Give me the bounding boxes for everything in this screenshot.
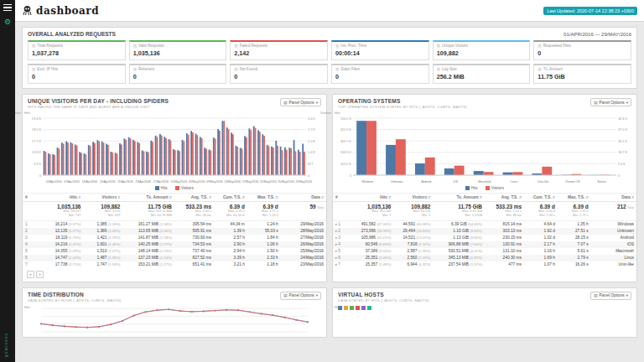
table-row[interactable]: 7 17,738 (1.71%) 1,747 (1.59%) 153.21 Mi… <box>23 261 326 268</box>
menu-toggle-button[interactable] <box>0 0 15 15</box>
stat-value: 109,882 <box>437 49 527 57</box>
col-header-max-ts[interactable]: Max. T.S.⇵ <box>247 194 281 202</box>
visitors-swatch <box>486 186 490 190</box>
col-header-avg-ts[interactable]: Avg. T.S.⇵ <box>485 194 524 202</box>
svg-text:0: 0 <box>350 174 351 178</box>
table-row[interactable]: 1 16,214 (1.57%) 1,385 (1.26%) 161.27 Mi… <box>23 220 326 228</box>
col-header-idx[interactable]: # <box>23 194 38 202</box>
col-header-hits[interactable]: Hits⇵ <box>38 194 83 202</box>
svg-text:0: 0 <box>39 174 41 178</box>
panel-options-button[interactable]: ▤ Panel Options ▾ <box>590 292 631 300</box>
col-header-cum-ts[interactable]: Cum. T.S.⇵ <box>214 194 247 202</box>
summary-row: 1,035,136Max: 491,582Min: 1 109,882Max: … <box>333 202 636 221</box>
visitors-bar-chart[interactable]: 29.4 K3.4 K23.5 K2.7 K17.7 K2.0 K11.8 K1… <box>26 112 323 184</box>
col-header-max-ts[interactable]: Max. T.S.⇵ <box>558 194 591 202</box>
time-line-chart[interactable] <box>28 306 321 334</box>
goaccess-logo-icon <box>22 5 33 16</box>
panel-options-button[interactable]: ▤ Panel Options ▾ <box>280 292 321 300</box>
svg-text:Unix-like: Unix-like <box>538 180 548 184</box>
expand-row-icon[interactable]: ▸ <box>335 242 337 246</box>
vhost-legend <box>333 305 636 311</box>
svg-text:iOS: iOS <box>453 180 458 184</box>
stat-value: 1,037,278 <box>32 49 122 57</box>
goaccess-logo: dashboard <box>22 5 99 17</box>
sort-icon: ⇵ <box>552 195 554 199</box>
stat-icon: ▥ <box>32 44 35 48</box>
col-header-visitors[interactable]: Visitors⇵ <box>83 194 122 202</box>
stat-label: Failed Requests <box>240 44 267 48</box>
table-row[interactable]: ▸4 60,546 (5.83%) 7,816 (7.11%) 906.88 M… <box>333 241 636 248</box>
stat-card: ▥ Total Requests 1,037,278 <box>28 40 126 60</box>
table-row[interactable]: 2 13,135 (1.27%) 1,386 (1.26%) 113.65 Mi… <box>23 228 326 235</box>
legend-swatch <box>356 306 360 310</box>
stat-label: Total Requests <box>37 44 62 48</box>
visitors-table: # Hits⇵ Visitors⇵ Tx. Amount⇵ Avg. T.S.⇵… <box>23 193 326 268</box>
col-header-avg-ts[interactable]: Avg. T.S.⇵ <box>174 194 214 202</box>
panel-icon: ▤ <box>283 293 287 297</box>
os-table: # Hits⇵ Visitors⇵ Tx. Amount⇵ Avg. T.S.⇵… <box>333 193 636 268</box>
table-row[interactable]: ▸1 491,582 (47.30%) 44,591 (40.58%) 6.39… <box>333 220 636 228</box>
sort-icon: ⇵ <box>117 195 120 199</box>
last-updated-badge: Last Updated: 2020-07-14 22:38:23 +0300 <box>543 7 637 15</box>
svg-text:412.9 K: 412.9 K <box>340 128 352 132</box>
stat-value: 0 <box>538 49 627 57</box>
os-bar-chart[interactable]: 516.2 K46.8 K412.9 K37.5 K309.7 K28.1 K2… <box>336 112 633 184</box>
table-row[interactable]: ▸2 273,996 (26.39%) 29,494 (26.84%) 1.10… <box>333 228 636 235</box>
expand-row-icon[interactable]: ▸ <box>335 235 337 240</box>
settings-button[interactable]: ⚙ <box>0 15 15 28</box>
panel-icon: ▤ <box>283 101 287 105</box>
stat-card: ▥ Excl. IP Hits 0 <box>28 64 126 84</box>
col-header-data[interactable]: Data⇵ <box>591 194 636 202</box>
stat-card: ▥ Static Files 0 <box>331 64 429 84</box>
expand-row-icon[interactable]: ▸ <box>335 229 337 233</box>
col-header-cum-ts[interactable]: Cum. T.S.⇵ <box>524 194 558 202</box>
y-axis-label-hits: Hits <box>24 111 30 115</box>
stat-card: ▥ Tx. Amount 11.75 GiB <box>533 64 631 84</box>
table-row[interactable]: ▸6 25,351 (2.45%) 2,560 (2.33%) 345.13 M… <box>333 255 636 261</box>
stat-value: 0 <box>234 73 324 80</box>
svg-text:21/May/2016: 21/May/2016 <box>260 180 277 184</box>
chart-legend: Hits Visitors <box>333 184 636 193</box>
topbar: dashboard Last Updated: 2020-07-14 22:38… <box>15 0 644 22</box>
stat-icon: ▥ <box>32 67 35 71</box>
svg-text:18.7 K: 18.7 K <box>618 151 627 154</box>
stat-icon: ▥ <box>437 44 440 48</box>
panel-options-button[interactable]: ▤ Panel Options ▾ <box>280 98 321 106</box>
stat-label: Log Size <box>442 67 457 71</box>
operating-systems-panel: OPERATING SYSTEMS TOP OPERATING SYSTEM S… <box>332 94 637 282</box>
stat-icon: ▥ <box>133 67 137 71</box>
col-header-visitors[interactable]: Visitors⇵ <box>393 194 433 202</box>
table-row[interactable]: 4 14,216 (1.37%) 1,601 (1.46%) 140.25 Mi… <box>23 241 326 248</box>
col-header-data[interactable]: Data⇵ <box>281 194 326 202</box>
svg-text:Solaris: Solaris <box>597 180 606 184</box>
prev-page-button[interactable]: ‹ <box>27 271 34 278</box>
col-header-tx-amount[interactable]: Tx. Amount⇵ <box>433 194 485 202</box>
stat-value: 256.2 MiB <box>437 73 527 80</box>
table-row[interactable]: 5 14,355 (1.39%) 1,510 (1.37%) 148.14 Mi… <box>23 248 326 255</box>
stat-label: Referrers <box>138 67 154 71</box>
table-row[interactable]: 6 14,747 (1.42%) 1,487 (1.35%) 137.23 Mi… <box>23 255 326 261</box>
next-page-button[interactable]: › <box>36 271 44 278</box>
expand-row-icon[interactable]: ▸ <box>335 249 337 253</box>
chevron-down-icon: ▾ <box>626 101 628 105</box>
svg-text:11.8 K: 11.8 K <box>32 151 41 154</box>
col-header-idx[interactable]: # <box>333 194 348 202</box>
panel-options-button[interactable]: ▤ Panel Options ▾ <box>590 98 631 106</box>
table-row[interactable]: ▸3 105,986 (10.21%) 14,521 (13.21%) 1.13… <box>333 235 636 241</box>
svg-text:Unknown: Unknown <box>391 180 402 184</box>
svg-text:516.2 K: 516.2 K <box>340 117 352 121</box>
panel-subtitle: DATA SORTED BY HITS [, AVGTS, CUMTS, MAX… <box>338 298 428 303</box>
unique-visitors-panel: UNIQUE VISITORS PER DAY - INCLUDING SPID… <box>22 94 327 282</box>
col-header-tx-amount[interactable]: Tx. Amount⇵ <box>122 194 174 202</box>
app-root: ⚙ goaccess dashboard Last Updated: 2020-… <box>0 0 644 362</box>
table-row[interactable]: 3 18,119 (1.75%) 1,421 (1.29%) 141.87 Mi… <box>23 235 326 241</box>
col-header-hits[interactable]: Hits⇵ <box>348 194 393 202</box>
stat-icon: ▥ <box>538 44 541 48</box>
stat-card: ▥ Init. Proc. Time 00:00:14 <box>331 40 429 60</box>
svg-text:Windows: Windows <box>362 180 374 184</box>
table-row[interactable]: ▸7 15,357 (1.48%) 6,944 (6.32%) 237.54 M… <box>333 261 636 268</box>
table-row[interactable]: ▸5 37,386 (3.60%) 2,587 (2.35%) 530.51 M… <box>333 248 636 255</box>
expand-row-icon[interactable]: ▸ <box>335 222 337 226</box>
expand-row-icon[interactable]: ▸ <box>335 262 337 266</box>
expand-row-icon[interactable]: ▸ <box>335 256 337 260</box>
